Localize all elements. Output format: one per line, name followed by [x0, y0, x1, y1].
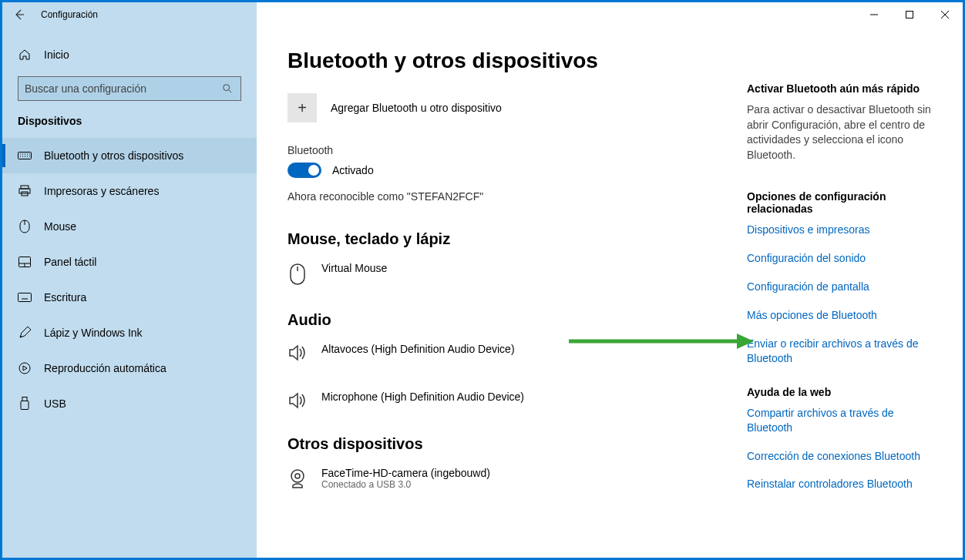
close-icon [941, 11, 949, 18]
device-speakers[interactable]: Altavoces (High Definition Audio Device) [287, 340, 716, 364]
window-title: Configuración [36, 9, 98, 20]
device-camera[interactable]: FaceTime-HD-camera (ingebouwd) Conectado… [287, 464, 716, 493]
printer-icon [18, 185, 32, 197]
main-content: Bluetooth y otros dispositivos + Agregar… [287, 49, 716, 542]
svg-point-14 [291, 470, 304, 482]
sidebar-item-touchpad[interactable]: Panel táctil [2, 244, 257, 280]
sidebar-item-pen[interactable]: Lápiz y Windows Ink [2, 315, 257, 350]
svg-rect-11 [22, 397, 27, 401]
sidebar-item-label: Lápiz y Windows Ink [44, 327, 143, 339]
sidebar-group: Dispositivos [2, 115, 257, 138]
home-icon [18, 49, 32, 61]
link-devices-printers[interactable]: Dispositivos e impresoras [747, 223, 932, 237]
plus-icon: + [287, 93, 317, 122]
svg-point-9 [20, 336, 22, 337]
sidebar-item-typing[interactable]: Escritura [2, 280, 257, 315]
search-wrap [2, 70, 257, 115]
settings-window: Configuración Inicio [2, 2, 963, 558]
sidebar-item-usb[interactable]: USB [2, 386, 257, 421]
svg-rect-0 [906, 12, 913, 18]
bluetooth-toggle[interactable] [287, 163, 321, 178]
titlebar: Configuración [2, 2, 963, 27]
pen-icon [18, 327, 32, 339]
section-other-heading: Otros dispositivos [287, 435, 716, 453]
add-device-label: Agregar Bluetooth u otro dispositivo [331, 102, 502, 114]
sidebar-item-label: Reproducción automática [44, 362, 166, 374]
page-title: Bluetooth y otros dispositivos [287, 49, 716, 73]
svg-point-10 [19, 363, 30, 374]
link-display-settings[interactable]: Configuración de pantalla [747, 280, 932, 294]
sidebar-item-label: Bluetooth y otros dispositivos [44, 149, 183, 162]
sidebar: Inicio Dispositivos Bluetooth y otros di… [2, 27, 257, 558]
svg-rect-3 [21, 186, 29, 189]
svg-rect-12 [21, 401, 29, 410]
home-label: Inicio [44, 49, 69, 61]
svg-point-15 [295, 474, 300, 478]
webcam-icon [287, 467, 308, 488]
link-more-bluetooth[interactable]: Más opciones de Bluetooth [747, 308, 932, 323]
maximize-icon [906, 11, 913, 18]
toggle-state: Activado [332, 164, 374, 176]
link-share-bt[interactable]: Compartir archivos a través de Bluetooth [747, 406, 932, 435]
sidebar-item-printers[interactable]: Impresoras y escáneres [2, 173, 257, 209]
close-button[interactable] [927, 2, 963, 27]
search-icon [222, 83, 234, 94]
device-label: Microphone (High Definition Audio Device… [321, 391, 524, 403]
tip-text: Para activar o desactivar Bluetooth sin … [747, 102, 932, 163]
sidebar-item-label: Mouse [44, 220, 76, 233]
section-mouse-heading: Mouse, teclado y lápiz [287, 230, 716, 248]
window-controls [856, 2, 963, 27]
link-send-receive-bt[interactable]: Enviar o recibir archivos a través de Bl… [747, 337, 932, 366]
bluetooth-status: Ahora reconocible como "STEFAN2FCF" [287, 190, 716, 203]
speaker-icon [287, 343, 308, 361]
back-button[interactable] [2, 2, 36, 27]
link-reinstall-bt[interactable]: Reinstalar controladores Bluetooth [747, 477, 932, 491]
sidebar-item-label: Impresoras y escáneres [44, 185, 159, 197]
related-heading: Opciones de configuración relacionadas [747, 190, 932, 215]
mouse-icon [287, 262, 308, 285]
content: Inicio Dispositivos Bluetooth y otros di… [2, 27, 963, 558]
autoplay-icon [18, 362, 32, 374]
search-box[interactable] [18, 76, 241, 101]
device-label: Virtual Mouse [321, 262, 387, 274]
main: Bluetooth y otros dispositivos + Agregar… [257, 27, 963, 558]
sidebar-home[interactable]: Inicio [2, 39, 257, 70]
sidebar-item-mouse[interactable]: Mouse [2, 209, 257, 244]
sidebar-item-bluetooth[interactable]: Bluetooth y otros dispositivos [2, 138, 257, 173]
svg-rect-2 [18, 153, 32, 159]
svg-point-1 [224, 85, 230, 91]
minimize-icon [870, 11, 878, 18]
usb-icon [18, 397, 32, 411]
arrow-left-icon [13, 8, 25, 21]
device-microphone[interactable]: Microphone (High Definition Audio Device… [287, 387, 716, 412]
svg-rect-4 [19, 189, 30, 193]
add-device-button[interactable]: + Agregar Bluetooth u otro dispositivo [287, 93, 716, 122]
maximize-button[interactable] [892, 2, 927, 27]
link-sound-settings[interactable]: Configuración del sonido [747, 251, 932, 266]
speaker-icon [287, 391, 308, 409]
device-label: Altavoces (High Definition Audio Device) [321, 343, 515, 355]
minimize-button[interactable] [856, 2, 892, 27]
device-sublabel: Conectado a USB 3.0 [321, 479, 490, 490]
sidebar-item-label: USB [44, 397, 66, 410]
bluetooth-toggle-row: Activado [287, 163, 716, 178]
device-label: FaceTime-HD-camera (ingebouwd) [321, 467, 490, 479]
sidebar-item-label: Escritura [44, 291, 86, 303]
search-input[interactable] [25, 82, 222, 95]
device-virtual-mouse[interactable]: Virtual Mouse [287, 259, 716, 288]
tip-heading: Activar Bluetooth aún más rápido [747, 82, 932, 95]
mouse-icon [18, 220, 32, 233]
help-heading: Ayuda de la web [747, 386, 932, 398]
touchpad-icon [18, 257, 32, 267]
keyboard-icon [18, 150, 32, 161]
sidebar-item-label: Panel táctil [44, 256, 96, 268]
right-panel: Activar Bluetooth aún más rápido Para ac… [747, 49, 932, 542]
svg-rect-8 [18, 293, 32, 302]
sidebar-item-autoplay[interactable]: Reproducción automática [2, 350, 257, 386]
section-audio-heading: Audio [287, 311, 716, 329]
bluetooth-label: Bluetooth [287, 144, 716, 156]
link-fix-bt[interactable]: Corrección de conexiones Bluetooth [747, 449, 932, 464]
typing-icon [18, 293, 32, 302]
